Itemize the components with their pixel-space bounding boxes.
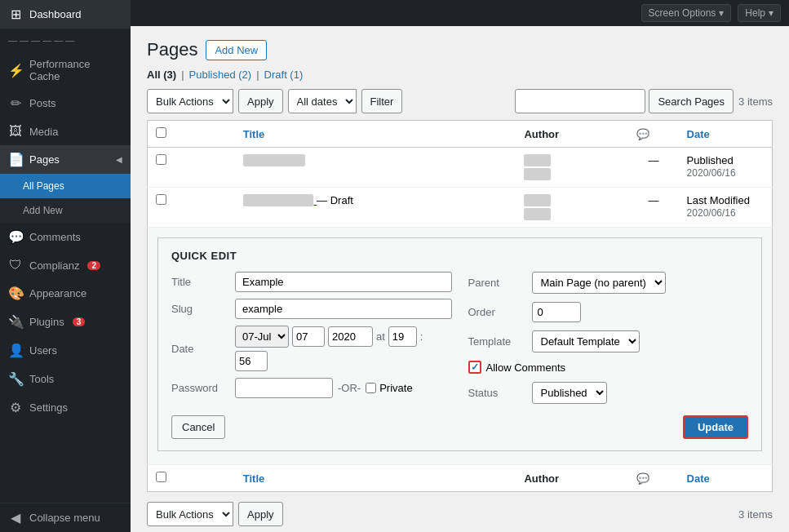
qe-status-select[interactable]: Published: [532, 382, 607, 404]
footer-select-all-checkbox[interactable]: [156, 472, 166, 482]
qe-template-field: Template Default Template: [468, 330, 749, 352]
qe-order-input[interactable]: [532, 302, 581, 322]
filter-draft[interactable]: Draft (1): [264, 69, 304, 81]
qe-slug-input[interactable]: [235, 299, 452, 319]
row1-checkbox-cell: [148, 148, 235, 188]
tablenav-right: Search Pages 3 items: [515, 89, 773, 113]
sidebar-item-tools[interactable]: 🔧 Tools: [0, 365, 131, 393]
row1-author-text2: [524, 168, 551, 180]
qe-day-input[interactable]: [292, 326, 325, 347]
date-sort-link[interactable]: Date: [687, 128, 710, 140]
author-column-header: Author: [516, 121, 628, 148]
search-pages-button[interactable]: Search Pages: [649, 89, 734, 113]
row1-checkbox[interactable]: [156, 154, 166, 165]
sidebar-item-label: Posts: [29, 97, 56, 109]
qe-date-label: Date: [171, 343, 228, 355]
qe-month-select[interactable]: 07-Jul: [235, 326, 289, 348]
footer-comment-icon: 💬: [636, 472, 649, 485]
help-button[interactable]: Help ▾: [738, 4, 781, 22]
media-icon: 🖼: [8, 124, 23, 139]
sidebar-item-performance-cache[interactable]: ⚡ Performance Cache: [0, 51, 131, 89]
bulk-actions-select-bottom[interactable]: Bulk Actions: [147, 502, 233, 526]
qe-comments-row: Allow Comments: [468, 361, 749, 374]
filter-all[interactable]: All (3): [147, 69, 176, 81]
filter-published[interactable]: Published (2): [189, 69, 252, 81]
qe-private-check: Private: [366, 382, 412, 394]
top-bar: Screen Options ▾ Help ▾: [131, 0, 789, 26]
sidebar-item-posts[interactable]: ✏ Posts: [0, 89, 131, 117]
add-new-page-button[interactable]: Add New: [206, 40, 267, 60]
screen-options-button[interactable]: Screen Options ▾: [641, 4, 732, 22]
comment-column-header: 💬: [628, 121, 678, 148]
add-new-label: Add New: [23, 205, 63, 216]
qe-hour-input[interactable]: [388, 326, 417, 347]
qe-seconds-input[interactable]: [235, 351, 268, 371]
quick-edit-cancel-button[interactable]: Cancel: [171, 415, 225, 439]
tablenav-bottom-right: 3 items: [738, 508, 773, 521]
search-input[interactable]: [515, 89, 645, 113]
footer-comment-col: 💬: [628, 465, 678, 492]
sidebar-item-all-pages[interactable]: All Pages: [0, 174, 131, 198]
items-count-top: 3 items: [738, 95, 773, 108]
footer-title-sort-link[interactable]: Title: [243, 472, 265, 485]
apply-button-bottom[interactable]: Apply: [238, 502, 283, 526]
sidebar-item-users[interactable]: 👤 Users: [0, 336, 131, 365]
sidebar-item-comments[interactable]: 💬 Comments: [0, 223, 131, 251]
sidebar: ⊞ Dashboard — — — — — — ⚡ Performance Ca…: [0, 0, 131, 532]
sidebar-item-settings[interactable]: ⚙ Settings: [0, 393, 131, 422]
footer-date-sort-link[interactable]: Date: [687, 472, 710, 485]
sidebar-item-complianz[interactable]: 🛡 Complianz 2: [0, 251, 131, 279]
plugins-badge: 3: [73, 317, 86, 326]
qe-template-select[interactable]: Default Template: [532, 330, 640, 352]
sidebar-item-label: Pages: [29, 153, 60, 166]
quick-edit-grid: Title Slug: [171, 272, 748, 404]
row2-checkbox[interactable]: [156, 194, 166, 205]
row2-title-cell: — Draft: [235, 188, 516, 228]
sidebar-item-plugins[interactable]: 🔌 Plugins 3: [0, 308, 131, 336]
title-sort-link[interactable]: Title: [243, 128, 265, 140]
sidebar-item-label: Settings: [29, 401, 68, 414]
dates-select[interactable]: All dates: [288, 89, 357, 113]
sidebar-item-label: Comments: [29, 231, 81, 243]
qe-password-row: -OR- Private: [235, 378, 413, 398]
quick-edit-update-button[interactable]: Update: [683, 415, 748, 439]
row2-title-link[interactable]: [243, 194, 317, 206]
qe-private-checkbox[interactable]: [366, 383, 376, 393]
help-label: Help: [745, 7, 765, 19]
qe-allow-comments-label: Allow Comments: [486, 361, 566, 374]
qe-parent-select[interactable]: Main Page (no parent): [532, 272, 666, 294]
row1-title-link[interactable]: [243, 154, 305, 166]
qe-seconds-row: [235, 351, 423, 371]
row2-title-text: [243, 194, 314, 206]
sidebar-item-collapse[interactable]: ◀ Collapse menu: [0, 503, 131, 532]
sidebar-item-add-new[interactable]: Add New: [0, 198, 131, 223]
sidebar-item-label: Dashboard: [29, 8, 82, 20]
qe-allow-comments-checkbox[interactable]: [468, 361, 481, 374]
sidebar-item-pages[interactable]: 📄 Pages ◀: [0, 145, 131, 174]
select-all-checkbox[interactable]: [156, 127, 166, 138]
help-arrow-icon: ▾: [769, 7, 773, 19]
users-icon: 👤: [8, 343, 23, 358]
pages-table: Title Author 💬 Date: [147, 120, 773, 492]
qe-password-field: Password -OR- Private: [171, 378, 452, 398]
qe-colon: :: [420, 330, 423, 343]
sidebar-item-dashboard[interactable]: ⊞ Dashboard: [0, 0, 131, 29]
items-count-bottom: 3 items: [738, 508, 773, 521]
apply-button-top[interactable]: Apply: [238, 89, 283, 113]
qe-year-input[interactable]: [328, 326, 373, 347]
collapse-label: Collapse menu: [29, 512, 100, 524]
qe-status-field: Status Published: [468, 382, 749, 404]
qe-title-label: Title: [171, 276, 228, 288]
filter-button[interactable]: Filter: [361, 89, 403, 113]
comments-icon: 💬: [8, 229, 23, 245]
sidebar-item-appearance[interactable]: 🎨 Appearance: [0, 279, 131, 308]
qe-title-input[interactable]: [235, 272, 452, 292]
sidebar-item-label: Users: [29, 344, 57, 357]
qe-date-row: 07-Jul at :: [235, 326, 423, 348]
quick-edit-left: Title Slug: [171, 272, 452, 404]
qe-password-input[interactable]: [235, 378, 333, 398]
sidebar-item-media[interactable]: 🖼 Media: [0, 117, 131, 145]
select-all-header: [148, 121, 235, 148]
sidebar-site-name[interactable]: — — — — — —: [0, 29, 131, 51]
bulk-actions-select-top[interactable]: Bulk Actions: [147, 89, 233, 113]
